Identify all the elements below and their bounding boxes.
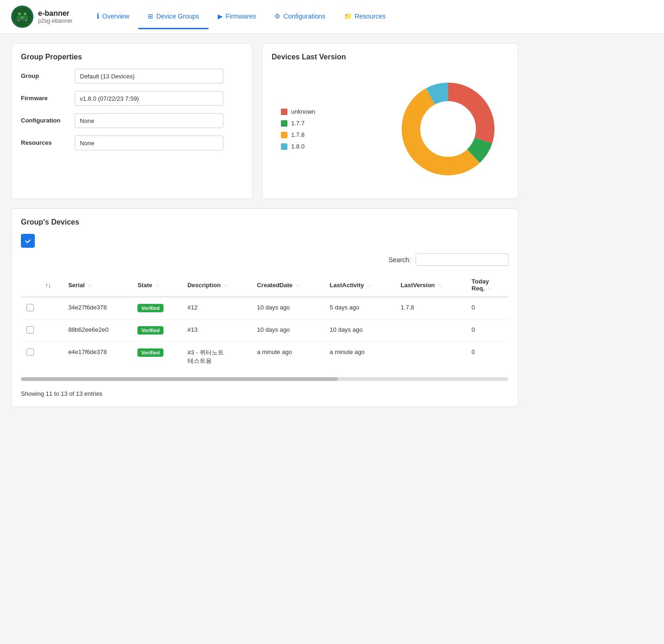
row1-description: #12 [182,297,252,320]
row2-empty [39,320,63,342]
group-prop-row: Group Default (13 Devices) [21,69,243,84]
row2-today-req: 0 [466,320,508,342]
legend-178: 1.7.8 [281,131,315,138]
table-row: 34e27f6de378 Verified #12 10 days ago 5 … [21,297,508,320]
brand-name: e-banner [38,9,72,18]
tab-firmwares[interactable]: ▶ Firmwares [208,4,265,29]
legend-dot-unknown [281,109,287,115]
search-input[interactable] [416,253,508,266]
row2-description: #13 [182,320,252,342]
group-value[interactable]: Default (13 Devices) [75,69,223,84]
th-last-activity[interactable]: LastActivity ↑↓ [324,273,395,297]
brand-avatar [11,6,33,28]
grid-icon: ⊞ [148,13,153,20]
devices-last-version-card: Devices Last Version unknown 1.7.7 1.7.8 [262,43,518,199]
legend-dot-178 [281,132,287,138]
tab-device-groups-label: Device Groups [156,13,199,20]
th-description[interactable]: Description ↑↓ [182,273,252,297]
tab-overview[interactable]: ℹ Overview [87,4,138,29]
row1-today-req: 0 [466,297,508,320]
description-sort-icon: ↑↓ [224,283,228,288]
legend-label-178: 1.7.8 [291,131,305,138]
row2-last-version [395,320,466,342]
row2-checkbox[interactable] [26,326,34,334]
table-body: 34e27f6de378 Verified #12 10 days ago 5 … [21,297,508,372]
row2-created-date: 10 days ago [251,320,324,342]
tab-firmwares-label: Firmwares [226,13,256,20]
play-icon: ▶ [218,13,223,20]
header: e-banner p2sg-ebanner ℹ Overview ⊞ Devic… [0,0,664,34]
row3-today-req: 0 [466,342,508,372]
configuration-prop-row: Configuration None [21,113,243,128]
today-req-sort-icon: ↑↓ [488,287,492,291]
row2-last-activity: 10 days ago [324,320,395,342]
group-label: Group [21,69,67,79]
row1-empty [39,297,63,320]
row1-created-date: 10 days ago [251,297,324,320]
tab-device-groups[interactable]: ⊞ Device Groups [138,4,208,29]
devices-table: ↑↓ Serial ↑↓ State ↑↓ Description ↑↓ Cre… [21,273,508,372]
scrollbar-thumb[interactable] [21,377,338,381]
showing-text: Showing 11 to 13 of 13 entries [21,386,508,397]
table-header: ↑↓ Serial ↑↓ State ↑↓ Description ↑↓ Cre… [21,273,508,297]
row1-last-activity: 5 days ago [324,297,395,320]
row1-state-badge: Verified [137,304,163,312]
row1-last-version: 1.7.8 [395,297,466,320]
row1-checkbox[interactable] [26,304,34,311]
devices-last-version-title: Devices Last Version [272,53,508,61]
select-all-checkbox[interactable] [21,234,35,248]
donut-chart [397,78,499,180]
tab-resources-label: Resources [355,13,386,20]
row3-checkbox[interactable] [26,348,34,356]
legend-180: 1.8.0 [281,143,315,150]
legend-label-177: 1.7.7 [291,120,305,127]
tab-configurations[interactable]: ⚙ Configurations [265,4,334,29]
th-today-req[interactable]: TodayReq. ↑↓ [466,273,508,297]
row3-description: #3 - 퀴터노트테스트용 [182,342,252,372]
chart-legend: unknown 1.7.7 1.7.8 1.8.0 [281,108,315,150]
resources-prop-row: Resources None [21,135,243,150]
resources-value[interactable]: None [75,135,223,150]
th-checkbox [21,273,39,297]
tab-resources[interactable]: 📁 Resources [335,4,395,29]
row3-empty [39,342,63,372]
th-last-version[interactable]: LastVersion ↑↓ [395,273,466,297]
cards-row: Group Properties Group Default (13 Devic… [11,43,518,199]
row2-checkbox-cell [21,320,39,342]
legend-unknown: unknown [281,108,315,115]
th-sort[interactable]: ↑↓ [39,273,63,297]
last-version-sort-icon: ↑↓ [438,283,442,288]
legend-dot-180 [281,143,287,150]
gear-icon: ⚙ [274,13,280,20]
firmware-label: Firmware [21,91,67,102]
configuration-label: Configuration [21,113,67,124]
table-row: e4e17f6de378 Verified #3 - 퀴터노트테스트용 a mi… [21,342,508,372]
group-properties-title: Group Properties [21,53,243,61]
firmware-prop-row: Firmware v1.8.0 (07/22/23 7:59) [21,91,243,106]
brand-info: e-banner p2sg-ebanner [38,9,72,24]
legend-177: 1.7.7 [281,120,315,127]
last-activity-sort-icon: ↑↓ [367,283,371,288]
row3-checkbox-cell [21,342,39,372]
row2-serial: 88b62ee6e2e0 [63,320,132,342]
horizontal-scrollbar[interactable] [21,377,508,381]
svg-point-12 [423,103,474,155]
brand: e-banner p2sg-ebanner [11,0,72,33]
th-serial[interactable]: Serial ↑↓ [63,273,132,297]
row3-last-activity: a minute ago [324,342,395,372]
legend-label-180: 1.8.0 [291,143,305,150]
table-row: 88b62ee6e2e0 Verified #13 10 days ago 10… [21,320,508,342]
search-row: Search: [21,253,508,266]
th-created-date[interactable]: CreatedDate ↑↓ [251,273,324,297]
configuration-value[interactable]: None [75,113,223,128]
row3-created-date: a minute ago [251,342,324,372]
row2-state: Verified [132,320,182,342]
main-content: Group Properties Group Default (13 Devic… [0,34,529,425]
tab-configurations-label: Configurations [283,13,325,20]
groups-devices-title: Group's Devices [21,218,508,226]
row3-serial: e4e17f6de378 [63,342,132,372]
firmware-value[interactable]: v1.8.0 (07/22/23 7:59) [75,91,223,106]
row1-state: Verified [132,297,182,320]
th-state[interactable]: State ↑↓ [132,273,182,297]
created-date-sort-icon: ↑↓ [296,283,300,288]
